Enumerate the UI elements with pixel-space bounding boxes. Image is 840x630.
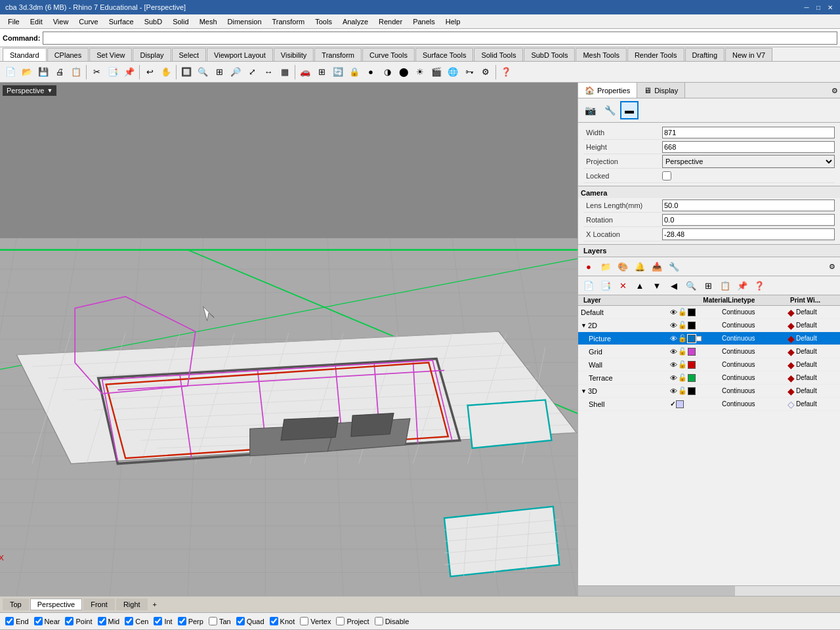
layer-3d-visible-icon[interactable]: 👁 (670, 387, 677, 395)
layer-export-icon[interactable]: 🔧 (666, 259, 682, 274)
viewport-dropdown-arrow[interactable]: ▼ (47, 87, 52, 94)
layer-3d-expand-icon[interactable]: ▼ (581, 388, 587, 394)
menu-subd[interactable]: SubD (139, 16, 168, 27)
osnap-quad-checkbox[interactable] (236, 617, 245, 625)
save-icon[interactable]: 💾 (35, 64, 51, 80)
osnap-near[interactable]: Near (34, 617, 60, 625)
zoom-icon[interactable]: 🔍 (195, 64, 211, 80)
layer-row-default[interactable]: Default 👁 🔓 Continuous ◆ Default (578, 306, 840, 319)
layer-bell-icon[interactable]: 🔔 (632, 259, 648, 274)
layer-row-wall[interactable]: Wall 👁 🔓 Continuous ◆ Default (578, 358, 840, 371)
settings-icon[interactable]: ⚙ (478, 64, 494, 80)
layer-folder-icon[interactable]: 📁 (598, 259, 614, 274)
paste-icon[interactable]: 📌 (121, 64, 137, 80)
osnap-end[interactable]: End (5, 617, 29, 625)
tab-select[interactable]: Select (172, 48, 207, 61)
copy-icon[interactable]: 📑 (105, 64, 121, 80)
layer-picture-visible-icon[interactable]: 👁 (670, 335, 677, 343)
vp-tab-add-button[interactable]: + (149, 599, 161, 610)
layer-color-3d[interactable] (688, 387, 696, 395)
rotate-icon[interactable]: 🔄 (330, 64, 346, 80)
tab-render-tools[interactable]: Render Tools (627, 48, 684, 61)
menu-edit[interactable]: Edit (25, 16, 48, 27)
viewport[interactable]: Perspective ▼ (0, 83, 578, 596)
minimize-button[interactable]: ─ (802, 3, 811, 12)
vp-tab-front[interactable]: Front (83, 598, 115, 610)
layer-grid-lock-icon[interactable]: 🔓 (678, 347, 687, 356)
prop-width-input[interactable] (662, 127, 835, 138)
menu-analyze[interactable]: Analyze (337, 16, 373, 27)
osnap-tan[interactable]: Tan (209, 617, 231, 625)
prop-locked-checkbox[interactable] (662, 171, 671, 180)
osnap-near-checkbox[interactable] (34, 617, 43, 625)
layer-color-wall[interactable] (688, 361, 696, 369)
redo-icon[interactable]: ✋ (158, 64, 174, 80)
prop-camera-icon[interactable]: 📷 (581, 101, 599, 119)
prop-xlocation-input[interactable] (662, 228, 835, 240)
layer-2d-visible-icon[interactable]: 👁 (670, 322, 677, 329)
osnap-mid[interactable]: Mid (98, 617, 120, 625)
layer-row-terrace[interactable]: Terrace 👁 🔓 Continuous ◆ Default (578, 371, 840, 385)
close-button[interactable]: ✕ (826, 3, 835, 12)
layer-color-picture[interactable] (688, 335, 696, 343)
tab-solid-tools[interactable]: Solid Tools (474, 48, 523, 61)
render2-icon[interactable]: 🎬 (429, 64, 444, 80)
material-icon[interactable]: ◑ (379, 64, 395, 80)
layer-row-picture[interactable]: Picture 👁 🔓 Continuous ◆ Default (578, 332, 840, 345)
osnap-mid-checkbox[interactable] (98, 617, 106, 625)
menu-panels[interactable]: Panels (408, 16, 440, 27)
layer-hscroll[interactable] (578, 585, 840, 596)
tab-standard[interactable]: Standard (3, 48, 47, 61)
osnap-cen[interactable]: Cen (125, 617, 148, 625)
menu-dimension[interactable]: Dimension (222, 16, 267, 27)
osnap-point-checkbox[interactable] (65, 617, 74, 625)
tab-properties[interactable]: 🏠 Properties (578, 83, 637, 98)
layer-filter-button[interactable]: 🔍 (683, 278, 699, 293)
osnap-end-checkbox[interactable] (5, 617, 14, 625)
layer-delete-button[interactable]: ✕ (615, 278, 631, 293)
tab-cplanes[interactable]: CPlanes (47, 48, 89, 61)
layer-color-default[interactable] (688, 308, 696, 316)
tab-set-view[interactable]: Set View (89, 48, 132, 61)
layer-row-shell[interactable]: Shell ✓ Continuous ◇ Default (578, 398, 840, 411)
layer-add-button[interactable]: 📄 (581, 278, 597, 293)
layer-help-button[interactable]: ❓ (751, 278, 767, 293)
layer-wall-visible-icon[interactable]: 👁 (670, 361, 677, 369)
layer-move-left-button[interactable]: ◀ (666, 278, 682, 293)
tab-viewport-layout[interactable]: Viewport Layout (207, 48, 273, 61)
print-icon[interactable]: 🖨 (52, 64, 68, 80)
osnap-project[interactable]: Project (336, 617, 369, 625)
viewport-label[interactable]: Perspective ▼ (3, 85, 56, 96)
sphere-icon[interactable]: ● (363, 64, 379, 80)
tab-drafting[interactable]: Drafting (685, 48, 725, 61)
prop-projection-select[interactable]: Perspective Parallel (662, 155, 835, 168)
prop-object-icon[interactable]: 🔧 (600, 101, 619, 119)
layer-3d-lock-icon[interactable]: 🔓 (678, 387, 687, 395)
layer-copy-button[interactable]: 📋 (717, 278, 733, 293)
layer-row-3d[interactable]: ▼ 3D 👁 🔓 Continuous ◆ Default (578, 385, 840, 398)
osnap-project-checkbox[interactable] (336, 617, 345, 625)
tab-display[interactable]: 🖥 Display (637, 83, 685, 98)
pan-icon[interactable]: 🔲 (178, 64, 194, 80)
maximize-button[interactable]: □ (814, 3, 823, 12)
cylinder-icon[interactable]: ⬤ (396, 64, 411, 80)
layer-new-icon[interactable]: ● (581, 259, 597, 274)
menu-transform[interactable]: Transform (267, 16, 310, 27)
layer-move-up-button[interactable]: ▲ (632, 278, 648, 293)
menu-render[interactable]: Render (373, 16, 408, 27)
new-icon[interactable]: 📄 (3, 64, 18, 80)
osnap-cen-checkbox[interactable] (125, 617, 133, 625)
osnap-quad[interactable]: Quad (236, 617, 264, 625)
car-icon[interactable]: 🚗 (297, 64, 313, 80)
prop-settings-button[interactable]: ⚙ (830, 83, 840, 98)
window-controls[interactable]: ─ □ ✕ (802, 3, 835, 12)
open-icon[interactable]: 📂 (19, 64, 35, 80)
tab-curve-tools[interactable]: Curve Tools (362, 48, 415, 61)
grid-snap-icon[interactable]: ⊞ (314, 64, 329, 80)
layer-lock-icon[interactable]: 🔓 (678, 308, 687, 316)
zoom-extents-icon[interactable]: ⤢ (244, 64, 260, 80)
zoom-window-icon[interactable]: ⊞ (211, 64, 227, 80)
layers-settings-icon[interactable]: ⚙ (827, 261, 837, 272)
osnap-perp-checkbox[interactable] (178, 617, 186, 625)
zoom-all-icon[interactable]: ↔ (261, 64, 276, 80)
